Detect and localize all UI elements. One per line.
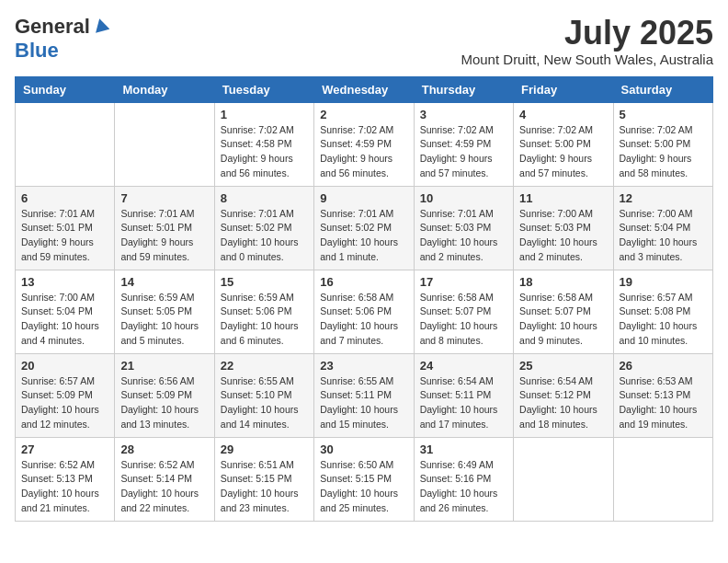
day-info-line: Sunset: 5:13 PM [21,472,108,487]
calendar-week-row: 20Sunrise: 6:57 AMSunset: 5:09 PMDayligh… [16,353,713,437]
calendar-day-cell: 23Sunrise: 6:55 AMSunset: 5:11 PMDayligh… [314,353,414,437]
day-info-line: Sunset: 5:03 PM [519,221,607,236]
day-info-line: Daylight: 10 hours and 10 minutes. [620,319,707,349]
day-number: 16 [320,275,407,289]
calendar-day-cell: 5Sunrise: 7:02 AMSunset: 5:00 PMDaylight… [613,102,712,186]
day-number: 25 [519,359,607,373]
day-info-line: Sunset: 4:59 PM [420,137,507,152]
day-number: 12 [620,191,707,205]
calendar-day-cell: 21Sunrise: 6:56 AMSunset: 5:09 PMDayligh… [115,353,214,437]
calendar-day-cell: 13Sunrise: 7:00 AMSunset: 5:04 PMDayligh… [16,270,115,353]
day-number: 24 [420,359,507,373]
day-info-line: Sunrise: 6:58 AM [519,291,607,305]
day-info-line: Sunrise: 6:52 AM [120,458,208,473]
title-block: July 2025 Mount Druitt, New South Wales,… [461,15,713,67]
calendar-day-cell: 24Sunrise: 6:54 AMSunset: 5:11 PMDayligh… [414,353,513,437]
calendar-day-cell: 18Sunrise: 6:58 AMSunset: 5:07 PMDayligh… [514,270,613,353]
calendar-day-cell [115,102,214,186]
day-info-line: Sunset: 5:03 PM [420,221,507,236]
calendar-day-cell: 11Sunrise: 7:00 AMSunset: 5:03 PMDayligh… [514,186,613,270]
calendar-day-cell: 8Sunrise: 7:01 AMSunset: 5:02 PMDaylight… [214,186,313,270]
day-number: 18 [519,275,607,289]
calendar-day-cell: 4Sunrise: 7:02 AMSunset: 5:00 PMDaylight… [514,102,613,186]
calendar-day-cell [514,437,613,521]
day-info-line: Sunrise: 7:00 AM [620,207,707,222]
day-info-line: Daylight: 10 hours and 9 minutes. [519,319,607,349]
day-info-line: Sunset: 5:14 PM [120,472,208,487]
day-number: 1 [221,108,308,121]
day-info-line: Sunrise: 6:54 AM [519,374,607,389]
day-info-line: Sunrise: 6:52 AM [21,458,108,473]
day-info-line: Sunset: 5:04 PM [21,304,108,319]
calendar-day-cell: 20Sunrise: 6:57 AMSunset: 5:09 PMDayligh… [16,353,115,437]
day-info-line: Sunrise: 7:01 AM [320,207,407,222]
day-info-line: Daylight: 10 hours and 13 minutes. [120,403,208,432]
calendar-day-cell [613,437,712,521]
day-info-line: Daylight: 10 hours and 18 minutes. [519,403,607,432]
calendar-day-cell: 16Sunrise: 6:58 AMSunset: 5:06 PMDayligh… [314,270,414,353]
calendar-day-cell: 31Sunrise: 6:49 AMSunset: 5:16 PMDayligh… [414,437,513,521]
day-of-week-header: Monday [115,76,214,102]
day-info-line: Sunset: 5:00 PM [519,137,607,152]
day-number: 20 [21,359,108,373]
day-number: 28 [120,442,208,456]
day-info-line: Sunrise: 6:53 AM [620,374,707,389]
day-info-line: Daylight: 10 hours and 1 minute. [320,236,407,265]
day-info-line: Sunset: 5:07 PM [519,304,607,319]
day-info-line: Sunset: 5:06 PM [221,304,308,319]
day-info-line: Sunrise: 7:02 AM [519,123,607,138]
day-info-line: Daylight: 10 hours and 17 minutes. [420,403,507,432]
day-info-line: Daylight: 9 hours and 57 minutes. [519,152,607,181]
calendar-day-cell: 28Sunrise: 6:52 AMSunset: 5:14 PMDayligh… [115,437,214,521]
day-info-line: Daylight: 10 hours and 3 minutes. [620,236,707,265]
day-info-line: Daylight: 9 hours and 58 minutes. [620,152,707,181]
day-number: 19 [620,275,707,289]
day-info-line: Daylight: 10 hours and 2 minutes. [519,236,607,265]
day-info-line: Sunrise: 6:55 AM [221,374,308,389]
day-info-line: Daylight: 10 hours and 4 minutes. [21,319,108,349]
day-number: 26 [620,359,707,373]
logo-general: General [15,15,90,39]
day-info-line: Daylight: 10 hours and 23 minutes. [221,487,308,516]
calendar-day-cell: 15Sunrise: 6:59 AMSunset: 5:06 PMDayligh… [214,270,313,353]
location-subtitle: Mount Druitt, New South Wales, Australia [461,52,713,67]
day-number: 27 [21,442,108,456]
day-number: 22 [221,359,308,373]
day-number: 3 [420,108,507,121]
day-info-line: Daylight: 10 hours and 25 minutes. [320,487,407,516]
calendar-day-cell: 12Sunrise: 7:00 AMSunset: 5:04 PMDayligh… [613,186,712,270]
day-info-line: Sunrise: 6:58 AM [320,291,407,305]
calendar-day-cell: 14Sunrise: 6:59 AMSunset: 5:05 PMDayligh… [115,270,214,353]
day-info-line: Daylight: 9 hours and 57 minutes. [420,152,507,181]
logo: General Blue [15,15,109,63]
day-number: 2 [320,108,407,121]
day-info-line: Sunrise: 6:50 AM [320,458,407,473]
day-number: 13 [21,275,108,289]
day-number: 21 [120,359,208,373]
day-info-line: Sunrise: 6:56 AM [120,374,208,389]
calendar-day-cell: 27Sunrise: 6:52 AMSunset: 5:13 PMDayligh… [16,437,115,521]
day-info-line: Sunset: 5:04 PM [620,221,707,236]
day-info-line: Sunrise: 7:00 AM [519,207,607,222]
day-info-line: Daylight: 10 hours and 7 minutes. [320,319,407,349]
day-info-line: Sunset: 5:09 PM [120,388,208,403]
calendar-day-cell: 25Sunrise: 6:54 AMSunset: 5:12 PMDayligh… [514,353,613,437]
svg-marker-0 [93,17,109,33]
calendar-day-cell [16,102,115,186]
calendar-day-cell: 26Sunrise: 6:53 AMSunset: 5:13 PMDayligh… [613,353,712,437]
day-number: 23 [320,359,407,373]
day-info-line: Sunset: 5:09 PM [21,388,108,403]
logo-icon [93,17,109,37]
calendar-day-cell: 3Sunrise: 7:02 AMSunset: 4:59 PMDaylight… [414,102,513,186]
calendar-day-cell: 9Sunrise: 7:01 AMSunset: 5:02 PMDaylight… [314,186,414,270]
day-number: 9 [320,191,407,205]
calendar-day-cell: 7Sunrise: 7:01 AMSunset: 5:01 PMDaylight… [115,186,214,270]
day-info-line: Sunset: 5:15 PM [320,472,407,487]
day-info-line: Sunset: 4:59 PM [320,137,407,152]
day-info-line: Sunrise: 7:00 AM [21,291,108,305]
day-number: 11 [519,191,607,205]
calendar-day-cell: 17Sunrise: 6:58 AMSunset: 5:07 PMDayligh… [414,270,513,353]
calendar-day-cell: 29Sunrise: 6:51 AMSunset: 5:15 PMDayligh… [214,437,313,521]
day-info-line: Sunset: 5:08 PM [620,304,707,319]
calendar-week-row: 13Sunrise: 7:00 AMSunset: 5:04 PMDayligh… [16,270,713,353]
